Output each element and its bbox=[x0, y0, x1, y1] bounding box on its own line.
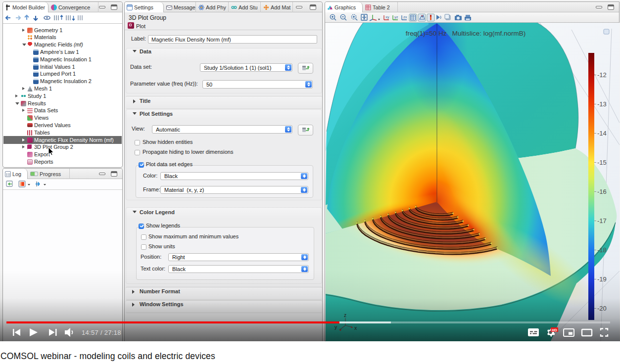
svg-text:freq(1)=50 Hz Multislice: lo: freq(1)=50 Hz Multislice: log(mf.normB) bbox=[406, 30, 526, 37]
svg-text:-20: -20 bbox=[597, 305, 607, 312]
svg-text:x: x bbox=[354, 325, 357, 331]
svg-text:yz: yz bbox=[394, 15, 398, 19]
svg-text:-12: -12 bbox=[597, 71, 607, 79]
svg-text:-15: -15 bbox=[597, 159, 607, 166]
svg-text:-17: -17 bbox=[597, 217, 607, 225]
svg-text:zx: zx bbox=[403, 15, 407, 19]
svg-text:-18: -18 bbox=[597, 246, 607, 254]
svg-text:-13: -13 bbox=[597, 100, 607, 108]
svg-text:xy: xy bbox=[385, 15, 389, 19]
svg-text:z: z bbox=[344, 312, 346, 318]
svg-text:-14: -14 bbox=[597, 130, 607, 137]
svg-text:HD: HD bbox=[552, 328, 557, 332]
svg-text:-19: -19 bbox=[597, 275, 607, 283]
svg-text:y: y bbox=[334, 324, 337, 330]
svg-text:-16: -16 bbox=[597, 188, 607, 195]
